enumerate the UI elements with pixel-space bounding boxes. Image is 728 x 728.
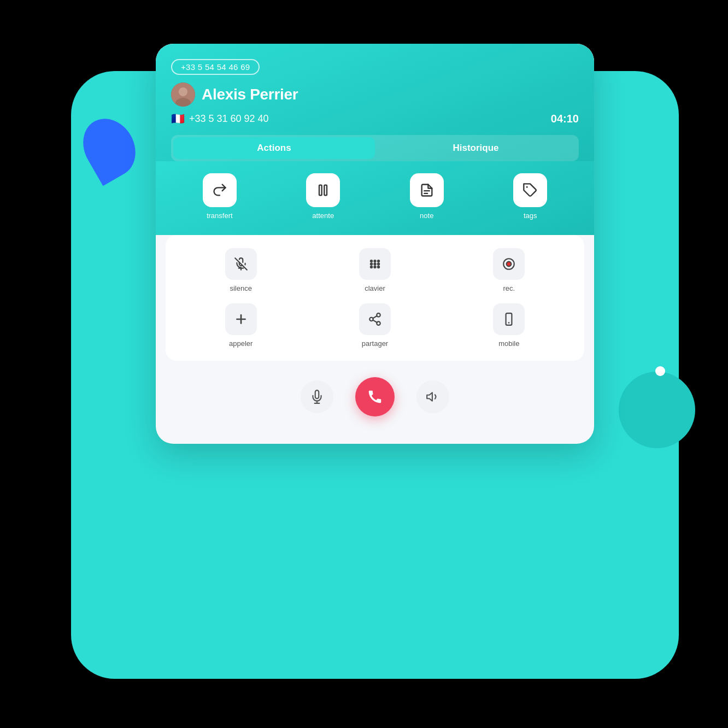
rec-icon-box[interactable] [493, 248, 525, 280]
svg-point-17 [378, 266, 379, 268]
rec-label: rec. [503, 284, 515, 292]
silence-label: silence [230, 284, 251, 292]
svg-point-15 [371, 266, 372, 268]
attente-label: attente [312, 212, 334, 220]
appeler-icon-box[interactable] [225, 303, 257, 335]
card-header: +33 5 54 54 46 69 Alexis Perrier 🇫🇷 +33 … [156, 44, 594, 161]
secondary-section: silence [166, 235, 584, 361]
caller-number-text: +33 5 31 60 92 40 [189, 113, 269, 125]
svg-point-12 [371, 263, 372, 265]
deco-small-rect [583, 638, 621, 676]
partager-icon-box[interactable] [359, 303, 391, 335]
mobile-label: mobile [498, 339, 519, 348]
tabs-row: Actions Historique [171, 135, 579, 161]
svg-point-9 [371, 260, 372, 262]
action-tags[interactable]: tags [482, 173, 579, 220]
caller-name: Alexis Perrier [202, 86, 298, 103]
tab-actions[interactable]: Actions [173, 137, 375, 159]
caller-info-row: 🇫🇷 +33 5 31 60 92 40 04:10 [171, 112, 579, 135]
btn-partager[interactable]: partager [310, 303, 439, 348]
call-timer: 04:10 [551, 113, 579, 125]
bottom-controls [156, 361, 594, 422]
tags-icon-box[interactable] [513, 173, 547, 207]
mobile-icon-box[interactable] [493, 303, 525, 335]
deco-dot-white [655, 366, 665, 376]
svg-marker-31 [427, 392, 432, 401]
btn-mobile[interactable]: mobile [445, 303, 573, 348]
svg-line-26 [373, 316, 377, 318]
tags-label: tags [524, 212, 537, 220]
note-label: note [420, 212, 433, 220]
tab-historique[interactable]: Historique [375, 137, 577, 159]
deco-circle-right [619, 372, 695, 448]
action-transfert[interactable]: transfert [171, 173, 268, 220]
secondary-grid: silence [177, 248, 573, 348]
transfert-icon-box[interactable] [203, 173, 237, 207]
partager-label: partager [362, 339, 388, 348]
clavier-icon-box[interactable] [359, 248, 391, 280]
svg-point-1 [179, 87, 187, 96]
svg-point-19 [507, 262, 512, 267]
action-attente[interactable]: attente [275, 173, 372, 220]
silence-icon-box[interactable] [225, 248, 257, 280]
svg-point-14 [378, 263, 379, 265]
hangup-button[interactable] [355, 377, 395, 416]
actions-grid: transfert attente note [171, 173, 579, 220]
btn-silence[interactable]: silence [177, 248, 305, 292]
attente-icon-box[interactable] [306, 173, 340, 207]
avatar [171, 83, 195, 107]
svg-line-25 [373, 320, 377, 322]
transfert-label: transfert [207, 212, 233, 220]
btn-clavier[interactable]: clavier [310, 248, 439, 292]
volume-button[interactable] [416, 380, 449, 413]
caller-number: 🇫🇷 +33 5 31 60 92 40 [171, 112, 269, 125]
phone-card: +33 5 54 54 46 69 Alexis Perrier 🇫🇷 +33 … [156, 44, 594, 444]
mic-button[interactable] [301, 380, 333, 413]
action-note[interactable]: note [378, 173, 475, 220]
svg-point-10 [374, 260, 375, 262]
svg-point-11 [378, 260, 379, 262]
phone-number-badge: +33 5 54 54 46 69 [171, 59, 260, 75]
caller-row: Alexis Perrier [171, 83, 579, 107]
btn-rec[interactable]: rec. [445, 248, 573, 292]
note-icon-box[interactable] [410, 173, 444, 207]
svg-point-16 [374, 266, 375, 268]
clavier-label: clavier [365, 284, 385, 292]
actions-section: transfert attente note [156, 161, 594, 235]
svg-rect-3 [319, 185, 322, 196]
appeler-label: appeler [229, 339, 253, 348]
btn-appeler[interactable]: appeler [177, 303, 305, 348]
scene: +33 5 54 54 46 69 Alexis Perrier 🇫🇷 +33 … [0, 0, 728, 728]
svg-point-13 [374, 263, 375, 265]
svg-rect-4 [325, 185, 327, 196]
flag-icon: 🇫🇷 [171, 112, 185, 125]
